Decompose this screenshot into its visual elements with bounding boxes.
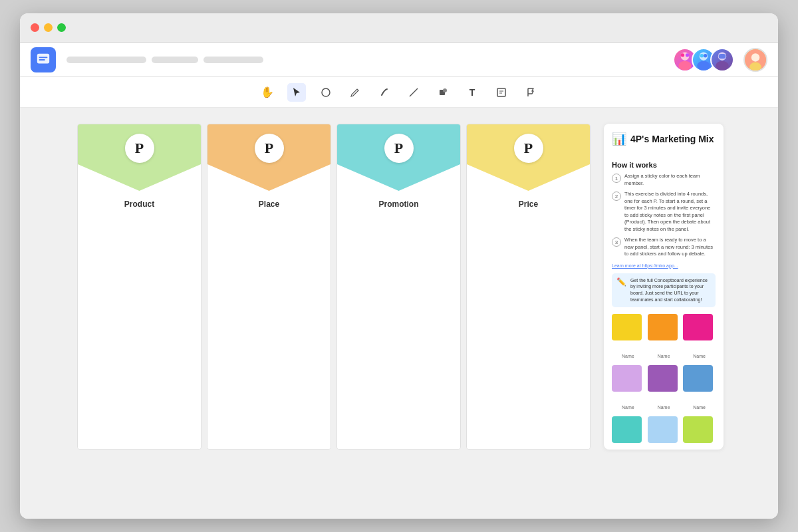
app-logo[interactable] <box>31 47 56 72</box>
info-panel: 📊 4P's Marketing Mix How it works 1 Assi… <box>604 124 724 450</box>
svg-point-6 <box>697 61 710 70</box>
flag-tool[interactable] <box>521 83 540 102</box>
sticky-cyan[interactable] <box>612 416 642 443</box>
svg-rect-19 <box>497 88 505 96</box>
close-button[interactable] <box>31 23 39 32</box>
menu-edit[interactable] <box>152 57 198 63</box>
step-text-3: When the team is ready to move to a new … <box>624 237 716 258</box>
line-tool[interactable] <box>404 83 423 102</box>
sticky-label-6: Name <box>683 405 716 410</box>
svg-point-8 <box>704 54 707 57</box>
traffic-lights <box>31 23 66 32</box>
sticky-purple-light[interactable] <box>612 365 642 392</box>
panel-title-row: 📊 4P's Marketing Mix <box>612 132 716 146</box>
sticky-grid <box>612 314 716 340</box>
chart-icon: 📊 <box>612 132 626 146</box>
svg-rect-0 <box>37 53 49 63</box>
sticky-pink[interactable] <box>683 314 713 340</box>
menu-view[interactable] <box>203 57 263 63</box>
sticky-purple[interactable] <box>648 365 678 392</box>
sticky-row-label-1: Name Name Name <box>612 354 716 358</box>
avatar-user-3[interactable] <box>710 48 734 72</box>
step-2: 2 This exercise is divided into 4 rounds… <box>612 191 716 233</box>
price-column: P Price <box>466 124 591 450</box>
sticky-orange[interactable] <box>648 314 678 340</box>
step-text-1: Assign a sticky color to each team membe… <box>624 173 716 187</box>
promotion-label: Promotion <box>379 200 419 209</box>
step-text-2: This exercise is divided into 4 rounds, … <box>624 191 716 233</box>
svg-point-7 <box>700 54 704 57</box>
promo-icon: ✏️ <box>616 277 626 287</box>
product-p-circle: P <box>125 134 154 163</box>
eraser-tool[interactable] <box>317 83 335 102</box>
shape-tool[interactable] <box>434 83 452 102</box>
place-label: Place <box>259 200 279 209</box>
promotion-header: P <box>337 124 460 191</box>
menu-bar <box>20 43 778 77</box>
canvas-area: P Product P Place P <box>20 108 778 519</box>
svg-point-2 <box>678 61 692 70</box>
app-window: ✋ T P <box>20 13 778 519</box>
sticky-tool[interactable] <box>492 83 511 102</box>
place-p-circle: P <box>255 134 284 163</box>
hand-tool[interactable]: ✋ <box>258 83 277 102</box>
price-p-circle: P <box>514 134 543 163</box>
product-label: Product <box>124 200 154 209</box>
price-body[interactable] <box>467 209 590 449</box>
step-1: 1 Assign a sticky color to each team mem… <box>612 173 716 187</box>
sticky-light-blue[interactable] <box>648 416 678 443</box>
header-right <box>673 48 767 72</box>
pen-tool[interactable] <box>346 83 364 102</box>
svg-point-13 <box>751 53 759 61</box>
sticky-label-1: Name <box>612 354 644 358</box>
learn-more-link[interactable]: Learn more at https://miro.app... <box>612 263 716 268</box>
sticky-yellow[interactable] <box>612 314 642 340</box>
place-column: P Place <box>207 124 331 450</box>
sticky-row-label-2: Name Name Name <box>612 405 716 410</box>
promo-box: ✏️ Get the full Conceptboard experience … <box>612 273 716 307</box>
toolbar: ✋ T <box>20 77 778 108</box>
board-columns: P Product P Place P <box>74 124 593 450</box>
sticky-label-2: Name <box>648 354 680 358</box>
avatar-group <box>673 48 734 72</box>
place-header: P <box>207 124 331 191</box>
step-3: 3 When the team is ready to move to a ne… <box>612 237 716 258</box>
sticky-grid-2 <box>612 365 716 392</box>
svg-point-18 <box>443 88 447 92</box>
place-body[interactable] <box>207 209 331 449</box>
how-it-works-title: How it works <box>612 161 716 169</box>
svg-point-15 <box>322 88 330 96</box>
product-column: P Product <box>77 124 201 450</box>
product-body[interactable] <box>78 209 201 449</box>
minimize-button[interactable] <box>44 23 53 32</box>
step-num-2: 2 <box>612 192 621 201</box>
svg-point-14 <box>749 62 761 71</box>
step-num-1: 1 <box>612 174 621 183</box>
promotion-body[interactable] <box>337 209 460 449</box>
promotion-p-circle: P <box>384 134 414 163</box>
step-num-3: 3 <box>612 237 621 247</box>
maximize-button[interactable] <box>57 23 66 32</box>
svg-point-4 <box>686 53 689 57</box>
title-bar <box>20 13 778 43</box>
sticky-blue[interactable] <box>683 365 713 392</box>
svg-point-10 <box>716 61 729 70</box>
menu-file[interactable] <box>66 57 146 63</box>
menu-items <box>66 57 673 63</box>
svg-rect-11 <box>719 54 726 59</box>
product-header: P <box>78 124 201 191</box>
sticky-grid-3 <box>612 416 716 443</box>
price-label: Price <box>519 200 538 209</box>
avatar-current-user[interactable] <box>743 48 767 72</box>
promotion-column: P Promotion <box>336 124 461 450</box>
svg-line-16 <box>410 88 418 96</box>
text-tool[interactable]: T <box>463 83 481 102</box>
price-header: P <box>467 124 590 191</box>
sticky-label-5: Name <box>648 405 680 410</box>
select-tool[interactable] <box>287 83 306 102</box>
sticky-label-3: Name <box>683 354 716 358</box>
brush-tool[interactable] <box>375 83 394 102</box>
sticky-lime[interactable] <box>683 416 713 443</box>
svg-point-3 <box>681 53 684 57</box>
panel-title: 4P's Marketing Mix <box>630 134 714 144</box>
